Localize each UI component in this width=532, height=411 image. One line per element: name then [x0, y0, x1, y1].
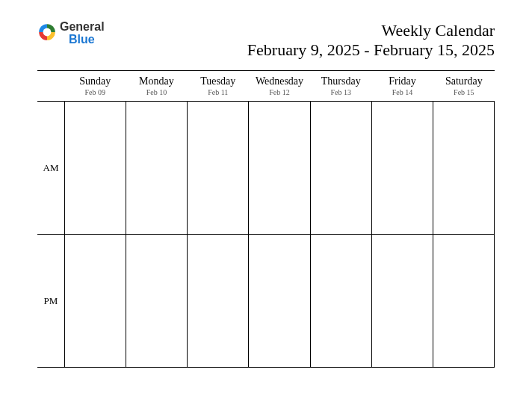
day-date: Feb 13: [310, 88, 371, 96]
day-date: Feb 14: [371, 88, 433, 96]
row-label-pm: PM: [37, 235, 64, 368]
day-name: Thursday: [310, 75, 371, 87]
cell: [371, 102, 433, 235]
day-name: Saturday: [433, 75, 495, 87]
grid-row-pm: PM: [37, 235, 495, 368]
day-header: Monday Feb 10: [126, 71, 187, 101]
cell: [248, 235, 309, 368]
cell: [433, 235, 495, 368]
day-name: Monday: [126, 75, 187, 87]
logo-text: General Blue: [60, 21, 105, 46]
day-date: Feb 09: [64, 88, 126, 96]
pinwheel-icon: [37, 22, 57, 42]
title-block: Weekly Calendar February 9, 2025 - Febru…: [247, 21, 495, 60]
day-date: Feb 15: [433, 88, 495, 96]
cell: [126, 102, 187, 235]
day-header: Tuesday Feb 11: [188, 71, 249, 101]
calendar-sheet: Sunday Feb 09 Monday Feb 10 Tuesday Feb …: [37, 70, 495, 368]
cell: [64, 102, 126, 235]
cell: [248, 102, 309, 235]
header: General Blue Weekly Calendar February 9,…: [0, 0, 532, 60]
cell: [126, 235, 187, 368]
cell: [371, 235, 433, 368]
column-headers: Sunday Feb 09 Monday Feb 10 Tuesday Feb …: [37, 71, 495, 102]
page-title: Weekly Calendar: [247, 21, 495, 40]
day-name: Tuesday: [188, 75, 249, 87]
cell: [64, 235, 126, 368]
svg-point-0: [43, 28, 52, 37]
cell: [310, 102, 371, 235]
row-label-spacer: [37, 71, 64, 101]
cell: [310, 235, 371, 368]
grid-row-am: AM: [37, 102, 495, 235]
date-range: February 9, 2025 - February 15, 2025: [247, 40, 495, 60]
day-date: Feb 11: [188, 88, 249, 96]
day-header: Sunday Feb 09: [64, 71, 126, 101]
day-header: Friday Feb 14: [371, 71, 433, 101]
grid-rows: AM PM: [37, 102, 495, 368]
day-date: Feb 10: [126, 88, 187, 96]
day-header: Thursday Feb 13: [310, 71, 371, 101]
logo-word-1: General: [60, 20, 105, 33]
cell: [187, 235, 248, 368]
day-name: Friday: [371, 75, 433, 87]
row-label-am: AM: [37, 102, 64, 235]
logo: General Blue: [37, 21, 105, 46]
logo-word-2: Blue: [60, 34, 105, 46]
day-name: Wednesday: [249, 75, 310, 87]
day-name: Sunday: [64, 75, 126, 87]
day-header: Wednesday Feb 12: [249, 71, 310, 101]
cell: [433, 102, 495, 235]
day-date: Feb 12: [249, 88, 310, 96]
day-header: Saturday Feb 15: [433, 71, 495, 101]
cell: [187, 102, 248, 235]
